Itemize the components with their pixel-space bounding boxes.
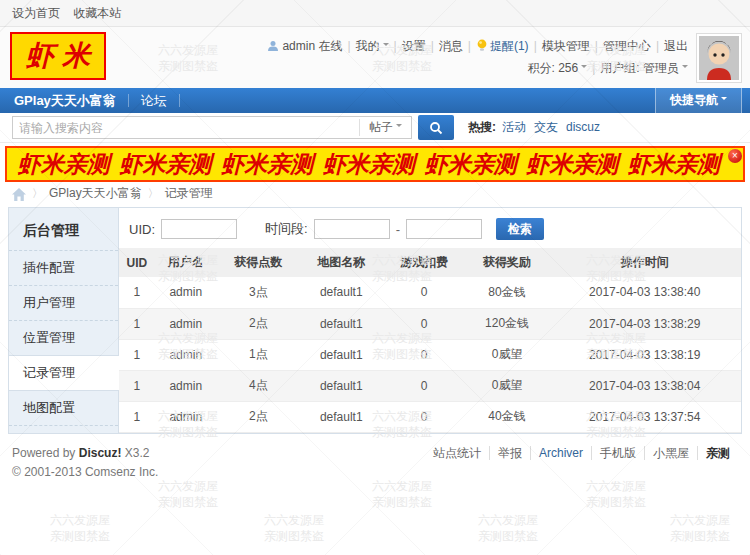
bookmark-link[interactable]: 收藏本站 bbox=[73, 6, 121, 20]
discuz-brand-link[interactable]: Discuz! bbox=[79, 446, 122, 460]
usergroup-link[interactable]: 用户组: 管理员 bbox=[600, 61, 679, 75]
cell-game-cost: 0 bbox=[383, 339, 466, 370]
cell-time: 2017-04-03 13:37:54 bbox=[549, 401, 742, 432]
sidebar-item-plugin-config[interactable]: 插件配置 bbox=[9, 250, 118, 285]
site-logo[interactable]: 虾米 bbox=[10, 32, 106, 80]
footer-link-archiver[interactable]: Archiver bbox=[530, 446, 591, 460]
module-admin-link[interactable]: 模块管理 bbox=[542, 39, 590, 53]
user-stats-row: 积分: 256|用户组: 管理员 bbox=[267, 57, 688, 79]
copyright-text: © 2001-2013 Comsenz Inc. bbox=[12, 463, 158, 482]
cell-game-cost: 0 bbox=[383, 277, 466, 308]
search-box: 帖子 bbox=[12, 116, 412, 139]
notice-link[interactable]: 提醒(1) bbox=[490, 39, 529, 53]
main-panel: UID: 时间段: - 检索 UID用户名获得点数地图名称游戏扣费获得奖励操作时… bbox=[119, 208, 741, 433]
cell-game-cost: 0 bbox=[383, 308, 466, 339]
user-icon bbox=[267, 40, 279, 52]
hot-link-friends[interactable]: 交友 bbox=[534, 120, 558, 134]
footer-link-darkroom[interactable]: 小黑屋 bbox=[644, 446, 697, 460]
cell-uid: 1 bbox=[119, 339, 155, 370]
time-end-input[interactable] bbox=[406, 219, 482, 239]
hot-search: 热搜:活动交友discuz bbox=[468, 119, 608, 136]
cell-username: admin bbox=[155, 277, 217, 308]
table-column-header: 用户名 bbox=[155, 248, 217, 277]
uid-label: UID: bbox=[129, 222, 155, 237]
table-row: 1 admin 2点 default1 0 40金钱 2017-04-03 13… bbox=[119, 401, 741, 432]
quick-nav-button[interactable]: 快捷导航 bbox=[655, 88, 742, 113]
footer-link-qince[interactable]: 亲测 bbox=[697, 446, 738, 460]
banner-close-icon[interactable]: × bbox=[728, 149, 742, 163]
hot-search-label: 热搜: bbox=[468, 120, 496, 134]
ad-banner-text: 虾米亲测 bbox=[425, 149, 517, 180]
cell-username: admin bbox=[155, 339, 217, 370]
sidebar-item-position-management[interactable]: 位置管理 bbox=[9, 320, 118, 355]
breadcrumb-site[interactable]: GPlay天天小富翁 bbox=[49, 185, 142, 202]
cell-username: admin bbox=[155, 401, 217, 432]
cell-time: 2017-04-03 13:38:04 bbox=[549, 370, 742, 401]
cell-points: 1点 bbox=[217, 339, 300, 370]
cell-time: 2017-04-03 13:38:40 bbox=[549, 277, 742, 308]
table-row: 1 admin 4点 default1 0 0威望 2017-04-03 13:… bbox=[119, 370, 741, 401]
chevron-down-icon bbox=[682, 65, 688, 71]
chevron-down-icon bbox=[396, 124, 402, 130]
cell-game-cost: 0 bbox=[383, 370, 466, 401]
admin-sidebar: 后台管理 插件配置 用户管理 位置管理 记录管理 地图配置 bbox=[9, 208, 119, 433]
cell-uid: 1 bbox=[119, 370, 155, 401]
table-row: 1 admin 2点 default1 0 120金钱 2017-04-03 1… bbox=[119, 308, 741, 339]
chevron-down-icon bbox=[383, 43, 389, 49]
uid-input[interactable] bbox=[161, 219, 237, 239]
cell-points: 2点 bbox=[217, 401, 300, 432]
set-home-link[interactable]: 设为首页 bbox=[12, 6, 60, 20]
user-menu-row: admin 在线|我的|设置|消息|提醒(1)|模块管理|管理中心|退出 bbox=[267, 35, 688, 57]
cell-points: 3点 bbox=[217, 277, 300, 308]
nav-forum[interactable]: 论坛 bbox=[141, 92, 167, 110]
sidebar-item-user-management[interactable]: 用户管理 bbox=[9, 285, 118, 320]
credits-link[interactable]: 积分: 256 bbox=[528, 61, 579, 75]
search-icon bbox=[429, 121, 443, 135]
username-link[interactable]: admin bbox=[282, 39, 315, 53]
logout-link[interactable]: 退出 bbox=[664, 39, 688, 53]
admin-center-link[interactable]: 管理中心 bbox=[603, 39, 651, 53]
cell-map-name: default1 bbox=[300, 308, 383, 339]
time-start-input[interactable] bbox=[314, 219, 390, 239]
nav-site-home[interactable]: GPlay天天小富翁 bbox=[14, 92, 116, 110]
settings-link[interactable]: 设置 bbox=[402, 39, 426, 53]
footer-link-site-stats[interactable]: 站点统计 bbox=[425, 446, 489, 460]
filter-search-button[interactable]: 检索 bbox=[496, 218, 544, 240]
my-menu[interactable]: 我的 bbox=[356, 39, 380, 53]
cell-reward: 0威望 bbox=[466, 339, 549, 370]
cell-reward: 0威望 bbox=[466, 370, 549, 401]
hot-link-activity[interactable]: 活动 bbox=[502, 120, 526, 134]
content-area: 后台管理 插件配置 用户管理 位置管理 记录管理 地图配置 UID: 时间段: … bbox=[8, 207, 742, 434]
table-column-header: 地图名称 bbox=[300, 248, 383, 277]
sidebar-item-record-management[interactable]: 记录管理 bbox=[9, 355, 119, 391]
hot-link-discuz[interactable]: discuz bbox=[566, 120, 600, 134]
home-icon[interactable] bbox=[12, 188, 26, 201]
cell-reward: 40金钱 bbox=[466, 401, 549, 432]
user-panel: admin 在线|我的|设置|消息|提醒(1)|模块管理|管理中心|退出 积分:… bbox=[267, 35, 688, 79]
chevron-down-icon bbox=[721, 97, 727, 103]
breadcrumb: 〉 GPlay天天小富翁 〉 记录管理 bbox=[0, 182, 750, 205]
table-column-header: 游戏扣费 bbox=[383, 248, 466, 277]
cell-time: 2017-04-03 13:38:29 bbox=[549, 308, 742, 339]
footer-link-mobile[interactable]: 手机版 bbox=[591, 446, 644, 460]
cell-game-cost: 0 bbox=[383, 401, 466, 432]
messages-link[interactable]: 消息 bbox=[439, 39, 463, 53]
table-column-header: 获得奖励 bbox=[466, 248, 549, 277]
avatar[interactable] bbox=[696, 33, 742, 83]
online-status: 在线 bbox=[318, 39, 342, 53]
search-type-select[interactable]: 帖子 bbox=[359, 119, 411, 136]
cell-uid: 1 bbox=[119, 308, 155, 339]
ad-banner[interactable]: × 虾米亲测虾米亲测虾米亲测虾米亲测虾米亲测虾米亲测虾米亲测 bbox=[5, 146, 745, 182]
ad-banner-text: 虾米亲测 bbox=[221, 149, 313, 180]
chevron-down-icon bbox=[581, 65, 587, 71]
records-table: UID用户名获得点数地图名称游戏扣费获得奖励操作时间 1 admin 3点 de… bbox=[119, 248, 741, 433]
search-input[interactable] bbox=[13, 118, 359, 137]
footer-link-report[interactable]: 举报 bbox=[489, 446, 530, 460]
search-button[interactable] bbox=[418, 115, 454, 140]
table-column-header: UID bbox=[119, 248, 155, 277]
table-column-header: 获得点数 bbox=[217, 248, 300, 277]
sidebar-item-map-config[interactable]: 地图配置 bbox=[9, 391, 118, 426]
sidebar-title: 后台管理 bbox=[9, 214, 118, 250]
filter-bar: UID: 时间段: - 检索 bbox=[119, 216, 741, 248]
search-bar: 帖子 热搜:活动交友discuz bbox=[0, 113, 750, 143]
